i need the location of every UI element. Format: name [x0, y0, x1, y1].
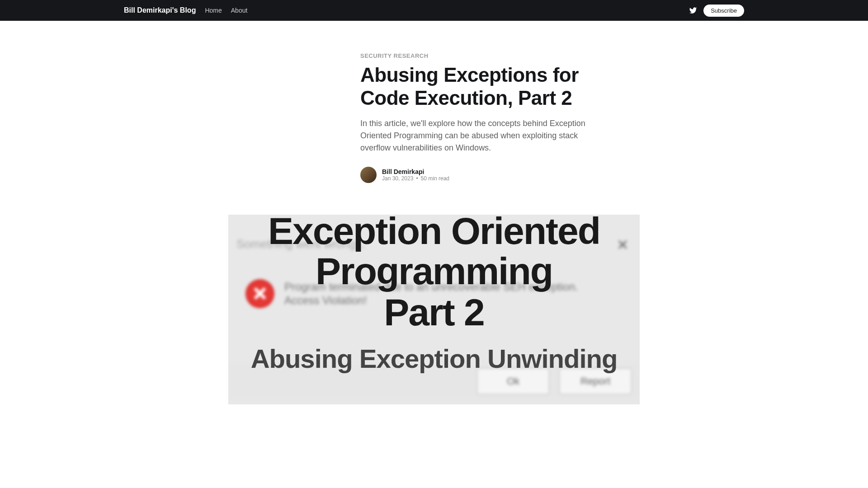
hero-title-line-3: Part 2 — [228, 291, 640, 334]
author-section: Bill Demirkapi Jan 30, 2023 • 50 min rea… — [360, 167, 590, 183]
article: SECURITY RESEARCH Abusing Exceptions for… — [269, 52, 599, 183]
author-avatar[interactable] — [360, 167, 377, 183]
article-meta: Jan 30, 2023 • 50 min read — [382, 175, 449, 182]
article-title: Abusing Exceptions for Code Execution, P… — [360, 64, 590, 109]
meta-separator: • — [416, 175, 418, 182]
author-name[interactable]: Bill Demirkapi — [382, 168, 449, 175]
nav-link-home[interactable]: Home — [205, 7, 222, 14]
hero-title-line-1: Exception Oriented — [228, 215, 640, 253]
article-read-time: 50 min read — [421, 175, 449, 182]
header-right-group: Subscribe — [689, 5, 744, 17]
twitter-icon[interactable] — [689, 6, 697, 14]
article-excerpt: In this article, we'll explore how the c… — [360, 117, 590, 154]
site-header: Bill Demirkapi's Blog Home About Subscri… — [0, 0, 868, 21]
hero-subtitle: Abusing Exception Unwinding — [228, 343, 640, 374]
hero-image: Something went wrong... ✕ Program termin… — [228, 215, 640, 404]
subscribe-button[interactable]: Subscribe — [703, 5, 744, 17]
header-left-group: Bill Demirkapi's Blog Home About — [11, 6, 247, 14]
site-logo[interactable]: Bill Demirkapi's Blog — [124, 6, 196, 14]
article-date: Jan 30, 2023 — [382, 175, 413, 182]
hero-title-line-2: Programming — [228, 249, 640, 293]
main-nav: Home About — [205, 7, 247, 14]
nav-link-about[interactable]: About — [231, 7, 248, 14]
hero-title-overlay: Exception Oriented Programming Part 2 Ab… — [228, 215, 640, 374]
author-info: Bill Demirkapi Jan 30, 2023 • 50 min rea… — [382, 168, 449, 182]
article-category[interactable]: SECURITY RESEARCH — [360, 52, 590, 59]
